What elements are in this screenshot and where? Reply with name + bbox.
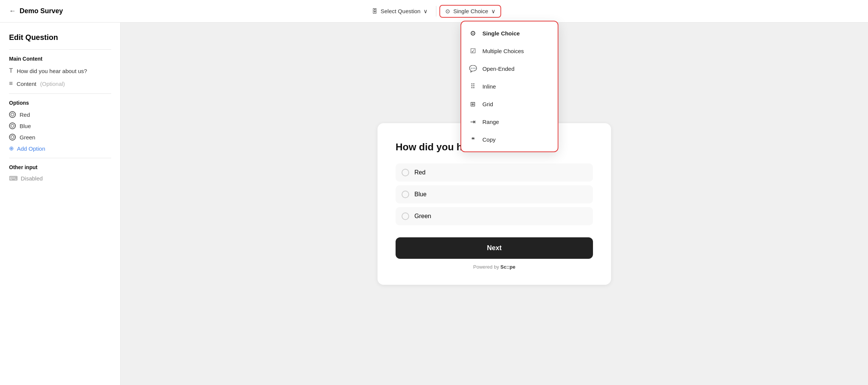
text-icon: T [9,67,13,75]
question-type-dropdown: ⊙Single Choice☑Multiple Choices💬Open-End… [460,21,558,152]
dropdown-item-label: Inline [482,83,496,90]
dropdown-item-icon: ❝ [469,136,477,144]
option-label: Green [20,134,35,141]
survey-options: RedBlueGreen [396,163,593,225]
keyboard-icon: ⌨ [9,175,18,182]
dropdown-item-label: Range [482,119,499,125]
dropdown-item-label: Multiple Choices [482,48,524,54]
app-title-group: ← Demo Survey [9,7,63,15]
topbar-divider [436,6,436,17]
back-icon[interactable]: ← [9,7,16,15]
add-option-icon: ⊕ [9,145,14,152]
dropdown-item-icon: ⊞ [469,100,477,108]
content-label: Content [17,81,37,87]
dropdown-item-open-ended[interactable]: 💬Open-Ended [461,60,558,78]
content-item[interactable]: ≡ Content (Optional) [9,80,111,87]
edit-question-title: Edit Question [9,33,111,42]
sidebar: Edit Question Main Content T How did you… [0,23,121,385]
check-circle-icon [9,122,16,129]
survey-option-label: Red [414,169,425,176]
powered-by-brand: Sc::pe [500,264,515,270]
dropdown-item-label: Copy [482,136,495,143]
db-icon: 🗄 [372,8,377,14]
single-choice-icon: ⊙ [445,8,450,15]
select-question-label: Select Question [381,8,420,14]
dropdown-item-range[interactable]: ⇥Range [461,113,558,131]
option-label: Blue [20,123,31,129]
next-button[interactable]: Next [396,237,593,259]
add-option-label: Add Option [17,145,45,152]
main-content-label: Main Content [9,56,111,62]
question-text-item[interactable]: T How did you hear about us? [9,67,111,75]
sidebar-option-red[interactable]: Red [9,111,111,118]
options-label: Options [9,100,111,106]
survey-option-label: Blue [414,191,426,198]
dropdown-item-multiple-choices[interactable]: ☑Multiple Choices [461,42,558,60]
sidebar-divider-2 [9,93,111,94]
dropdown-item-icon: ⊙ [469,29,477,37]
select-question-button[interactable]: 🗄 Select Question ∨ [367,6,433,17]
disabled-item[interactable]: ⌨ Disabled [9,175,111,182]
other-input-section: Other input ⌨ Disabled [9,164,111,182]
option-label: Red [20,112,30,118]
app-title: Demo Survey [20,7,63,15]
single-choice-label: Single Choice [453,8,488,14]
radio-circle [402,169,409,176]
question-type-dropdown-wrapper: ⊙ Single Choice ∨ ⊙Single Choice☑Multipl… [439,5,501,18]
dropdown-item-single-choice[interactable]: ⊙Single Choice [461,24,558,42]
sidebar-option-blue[interactable]: Blue [9,122,111,129]
content-icon: ≡ [9,80,13,87]
radio-circle [402,212,409,220]
select-question-chevron: ∨ [423,8,428,15]
dropdown-item-icon: 💬 [469,65,477,73]
svg-point-1 [11,124,14,127]
dropdown-item-grid[interactable]: ⊞Grid [461,95,558,113]
topbar: ← Demo Survey 🗄 Select Question ∨ ⊙ Sing… [0,0,868,23]
dropdown-item-icon: ⇥ [469,118,477,126]
dropdown-item-icon: ☑ [469,47,477,55]
radio-circle [402,191,409,198]
dropdown-item-label: Open-Ended [482,66,514,72]
survey-option-blue[interactable]: Blue [396,185,593,203]
powered-by: Powered by Sc::pe [396,264,593,270]
other-input-label: Other input [9,164,111,170]
disabled-label: Disabled [21,175,43,182]
svg-point-0 [11,113,14,116]
dropdown-item-label: Grid [482,101,493,107]
survey-option-label: Green [414,213,431,220]
main-layout: Edit Question Main Content T How did you… [0,23,868,385]
question-text-value: How did you hear about us? [17,68,87,74]
single-choice-button[interactable]: ⊙ Single Choice ∨ [439,5,501,18]
dropdown-item-label: Single Choice [482,30,520,37]
topbar-center: 🗄 Select Question ∨ ⊙ Single Choice ∨ ⊙S… [367,5,501,18]
svg-point-2 [11,136,14,139]
dropdown-item-copy[interactable]: ❝Copy [461,131,558,148]
survey-option-green[interactable]: Green [396,207,593,225]
sidebar-divider-3 [9,158,111,158]
sidebar-option-green[interactable]: Green [9,134,111,141]
add-option-button[interactable]: ⊕ Add Option [9,145,45,152]
dropdown-item-inline[interactable]: ⠿Inline [461,78,558,95]
single-choice-chevron: ∨ [491,8,495,15]
options-list: RedBlueGreen [9,111,111,141]
content-optional: (Optional) [40,81,65,87]
sidebar-divider-1 [9,49,111,50]
check-circle-icon [9,134,16,141]
powered-by-prefix: Powered by [473,264,500,270]
dropdown-item-icon: ⠿ [469,82,477,90]
survey-option-red[interactable]: Red [396,163,593,182]
check-circle-icon [9,111,16,118]
